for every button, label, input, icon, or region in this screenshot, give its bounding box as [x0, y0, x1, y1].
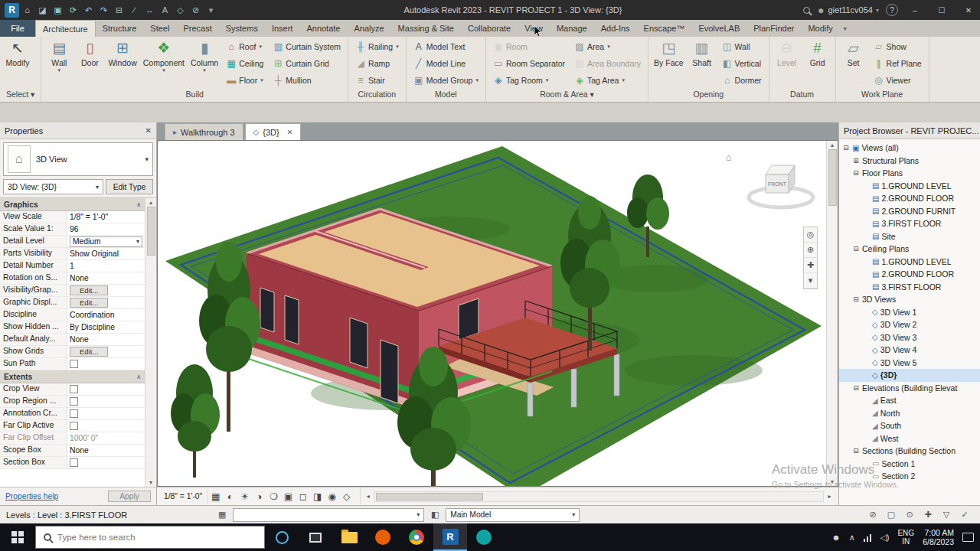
firefox-icon[interactable] [366, 523, 400, 551]
ribbon-tab-collaborate[interactable]: Collaborate [461, 20, 518, 37]
tree-item-section-1[interactable]: ⊞▭Section 1 [839, 458, 980, 471]
tray-caret-icon[interactable]: ∧ [849, 533, 855, 543]
save-icon[interactable]: ▣ [51, 3, 65, 18]
tree-expander-icon[interactable]: ⊟ [852, 447, 860, 455]
view-tab-walkthrough-3[interactable]: ▸Walkthrough 3 [165, 123, 243, 140]
search-input[interactable] [57, 533, 256, 542]
tree-item-2-ground-furnit[interactable]: ⊞▤2.GROUND FURNIT [839, 205, 980, 218]
scrollbar-track[interactable] [374, 491, 824, 502]
measure-icon[interactable]: ∕ [127, 3, 142, 18]
tree-item-views-all[interactable]: ⊟▣Views (all) [839, 142, 980, 155]
sun-path-icon[interactable]: ☀ [237, 489, 252, 504]
ribbon-button-shaft[interactable]: ▥Shaft [688, 38, 717, 88]
tree-item-2-ground-floor[interactable]: ⊞▤2.GROUND FLOOR [839, 192, 980, 205]
ribbon-button-column[interactable]: ▮Column▾ [188, 38, 220, 88]
scroll-right-icon[interactable]: ▸ [824, 493, 835, 500]
tree-item-south[interactable]: ⊞◢South [839, 419, 980, 432]
scrollbar-thumb[interactable] [147, 207, 155, 256]
ribbon-button-model-group[interactable]: ▣Model Group▾ [411, 73, 481, 87]
tree-item-sections-building-section[interactable]: ⊟Sections (Building Section [839, 445, 980, 458]
visual-style-icon[interactable]: ◐ [223, 489, 237, 504]
scroll-up-icon[interactable]: ▲ [149, 200, 154, 205]
edit-button[interactable]: Edit... [70, 285, 108, 295]
ribbon-button-wall[interactable]: ▤Wall▾ [44, 38, 74, 88]
undo-icon[interactable]: ↶ [81, 3, 96, 18]
home-icon[interactable]: ⌂ [20, 3, 34, 18]
redo-icon[interactable]: ↷ [96, 3, 111, 18]
ribbon-tab-manage[interactable]: Manage [550, 20, 594, 37]
ribbon-button-mullion[interactable]: ┼Mullion [270, 73, 343, 87]
tree-expander-icon[interactable]: ⊟ [852, 245, 860, 253]
ribbon-button-curtain-grid[interactable]: ⊞Curtain Grid [270, 56, 343, 70]
reveal-hidden-icon[interactable]: ◉ [325, 489, 339, 504]
properties-scrollbar[interactable]: ▲ ▼ [145, 198, 156, 487]
revit-taskbar-icon[interactable]: R [433, 523, 467, 551]
text-icon[interactable]: A [158, 3, 172, 18]
design-options-combo[interactable]: Main Model ▾ [446, 508, 580, 522]
ribbon-tab-annotate[interactable]: Annotate [299, 20, 347, 37]
tree-expander-icon[interactable]: ⊟ [852, 169, 860, 177]
design-options-icon[interactable]: ◧ [429, 510, 441, 520]
scroll-left-icon[interactable]: ◂ [362, 493, 374, 500]
tree-item-section-2[interactable]: ⊞▭Section 2 [839, 470, 980, 483]
ribbon-button-window[interactable]: ⊞Window [106, 38, 139, 88]
chrome-icon[interactable] [400, 523, 433, 551]
ribbon-button-model-line[interactable]: ╱Model Line [411, 56, 481, 70]
pan-icon[interactable]: ✚ [804, 258, 817, 273]
tree-item-3d-view-5[interactable]: ⊞◇3D View 5 [839, 357, 980, 370]
revit-app-icon[interactable]: R [5, 3, 19, 18]
tree-item-3d-view-2[interactable]: ⊞◇3D View 2 [839, 318, 980, 331]
ribbon-tab-precast[interactable]: Precast [176, 20, 218, 37]
close-properties-icon[interactable]: ✕ [142, 126, 152, 135]
ribbon-button-area[interactable]: ▨Area▾ [572, 39, 643, 54]
checkbox[interactable] [70, 360, 78, 368]
ribbon-button-dormer[interactable]: ⌂Dormer [720, 73, 764, 87]
tree-item-east[interactable]: ⊞◢East [839, 394, 980, 407]
ribbon-tab-steel[interactable]: Steel [143, 20, 176, 37]
sync-icon[interactable]: ⟳ [66, 3, 80, 18]
ribbon-tab-insert[interactable]: Insert [265, 20, 300, 37]
ribbon-button-show[interactable]: ▱Show [871, 39, 924, 54]
tree-expander-icon[interactable]: ⊟ [852, 295, 860, 303]
tree-item-elevations-building-elevat[interactable]: ⊟Elevations (Building Elevat [839, 382, 980, 395]
ribbon-button-ref-plane[interactable]: ∥Ref Plane [871, 56, 924, 70]
task-view-icon[interactable] [299, 523, 332, 551]
scrollbar-thumb[interactable] [376, 493, 483, 500]
scrollbar-thumb[interactable] [828, 149, 837, 206]
close-button[interactable]: ✕ [959, 0, 978, 20]
worksets-combo[interactable]: ▾ [233, 508, 424, 522]
tree-item-north[interactable]: ⊞◢North [839, 407, 980, 420]
crop-view-icon[interactable]: ▣ [281, 489, 296, 504]
ribbon-button-curtain-system[interactable]: ▥Curtain System [270, 39, 343, 54]
cortana-icon[interactable] [265, 523, 299, 551]
ribbon-button-ceiling[interactable]: ▦Ceiling [224, 56, 266, 70]
ribbon-tab-enscape[interactable]: Enscape™ [637, 20, 692, 37]
shadows-icon[interactable]: ◑ [252, 489, 266, 504]
maximize-button[interactable]: ☐ [932, 0, 952, 20]
ribbon-button-floor[interactable]: ▬Floor▾ [224, 73, 266, 87]
zoom-icon[interactable]: ⊕ [804, 243, 817, 258]
ribbon-button-vertical[interactable]: ◧Vertical [720, 56, 764, 70]
instance-combo[interactable]: 3D View: {3D} ▾ [3, 179, 103, 194]
help-button[interactable]: ? [886, 4, 898, 16]
taskbar-search[interactable] [35, 526, 265, 549]
ribbon-tab-add-ins[interactable]: Add-Ins [594, 20, 637, 37]
tree-item-3d[interactable]: ⊞◇{3D} [839, 369, 980, 382]
tree-item-3d-views[interactable]: ⊟3D Views [839, 293, 980, 306]
editable-only-icon[interactable]: ✓ [959, 510, 971, 520]
apply-button[interactable]: Apply [108, 491, 151, 502]
tree-item-west[interactable]: ⊞◢West [839, 432, 980, 445]
checkbox[interactable] [70, 385, 78, 393]
qat-caret-icon[interactable]: ▾ [204, 3, 218, 18]
worksharing-display-icon[interactable]: ⊘ [867, 510, 879, 520]
tree-item-structural-plans[interactable]: ⊞Structural Plans [839, 155, 980, 168]
tree-item-1-ground-level[interactable]: ⊞▤1.GROUND LEVEL [839, 256, 980, 269]
ribbon-tabs-caret-icon[interactable]: ▾ [840, 20, 851, 37]
tree-item-floor-plans[interactable]: ⊟Floor Plans [839, 167, 980, 180]
tree-item-3d-view-4[interactable]: ⊞◇3D View 4 [839, 344, 980, 357]
hide-isolate-icon[interactable]: ◨ [310, 489, 325, 504]
network-icon[interactable] [864, 533, 872, 542]
render-icon[interactable]: ❍ [266, 489, 281, 504]
print-icon[interactable]: ⊟ [112, 3, 126, 18]
navigation-wheel-icon[interactable]: ◎ [804, 227, 817, 243]
